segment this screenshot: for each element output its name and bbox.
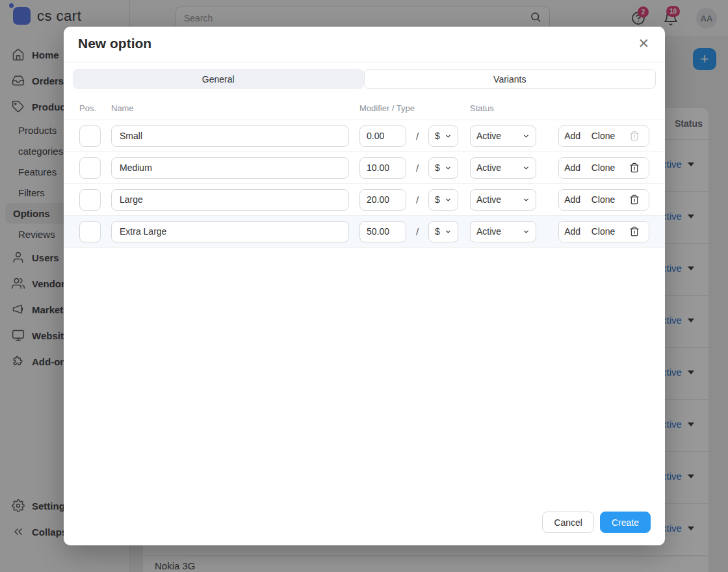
variant-name-input[interactable] bbox=[111, 221, 349, 242]
status-value: Active bbox=[476, 194, 501, 205]
variant-name-input[interactable] bbox=[111, 157, 349, 179]
clone-variant-button[interactable]: Clone bbox=[586, 190, 620, 210]
variant-status-select[interactable]: Active bbox=[470, 221, 536, 242]
delete-variant-button[interactable] bbox=[621, 126, 649, 146]
modal-footer: Cancel Create bbox=[542, 512, 651, 533]
variant-status-select[interactable]: Active bbox=[470, 189, 536, 211]
trash-icon bbox=[629, 131, 640, 141]
status-header: Status bbox=[470, 103, 536, 113]
modal-tabs: General Variants bbox=[73, 69, 656, 89]
chevron-down-icon bbox=[523, 196, 530, 203]
chevron-down-icon bbox=[445, 228, 452, 235]
new-option-modal: New option ✕ General Variants Pos. Name … bbox=[64, 27, 665, 545]
variant-row: / $ Active Add Clone bbox=[64, 120, 665, 152]
trash-icon bbox=[629, 226, 640, 237]
chevron-down-icon bbox=[445, 164, 452, 172]
delete-variant-button[interactable] bbox=[621, 190, 649, 210]
variant-row: / $ Active Add Clone bbox=[64, 216, 665, 248]
variants-table-header: Pos. Name Modifier / Type Status bbox=[64, 103, 665, 120]
add-variant-button[interactable]: Add bbox=[559, 126, 586, 146]
close-icon[interactable]: ✕ bbox=[636, 35, 651, 51]
modifier-input[interactable] bbox=[359, 125, 406, 147]
modifier-input[interactable] bbox=[359, 221, 406, 242]
tab-variants[interactable]: Variants bbox=[364, 69, 656, 89]
variant-row: / $ Active Add Clone bbox=[64, 184, 665, 216]
position-input[interactable] bbox=[79, 189, 101, 211]
modifier-input[interactable] bbox=[359, 189, 406, 211]
pos-header: Pos. bbox=[79, 103, 101, 113]
chevron-down-icon bbox=[523, 228, 530, 235]
variant-status-select[interactable]: Active bbox=[470, 157, 536, 179]
chevron-down-icon bbox=[523, 164, 530, 172]
clone-variant-button[interactable]: Clone bbox=[586, 222, 620, 242]
variant-status-select[interactable]: Active bbox=[470, 125, 536, 147]
position-input[interactable] bbox=[79, 125, 101, 147]
add-variant-button[interactable]: Add bbox=[559, 158, 586, 178]
modifier-type-select[interactable]: $ bbox=[428, 189, 458, 211]
add-variant-button[interactable]: Add bbox=[559, 190, 586, 210]
modifier-type-select[interactable]: $ bbox=[428, 125, 458, 147]
tab-general[interactable]: General bbox=[73, 69, 364, 89]
create-button[interactable]: Create bbox=[600, 512, 651, 533]
type-value: $ bbox=[435, 226, 440, 237]
position-input[interactable] bbox=[79, 157, 101, 179]
trash-icon bbox=[629, 162, 640, 173]
type-value: $ bbox=[435, 194, 440, 205]
variant-name-input[interactable] bbox=[111, 189, 349, 211]
slash-separator: / bbox=[406, 162, 428, 174]
chevron-down-icon bbox=[445, 133, 452, 140]
app-root: 2 10 AA cs cart Home Orders Products bbox=[0, 0, 728, 572]
slash-separator: / bbox=[406, 131, 428, 142]
slash-separator: / bbox=[406, 194, 428, 205]
modal-header: New option ✕ bbox=[64, 27, 665, 62]
delete-variant-button[interactable] bbox=[621, 158, 649, 178]
variant-name-input[interactable] bbox=[111, 125, 349, 147]
add-variant-button[interactable]: Add bbox=[559, 222, 586, 242]
name-header: Name bbox=[111, 103, 349, 113]
modifier-type-select[interactable]: $ bbox=[428, 221, 458, 242]
modifier-input[interactable] bbox=[359, 157, 406, 179]
modifier-type-select[interactable]: $ bbox=[428, 157, 458, 179]
variants-table: Pos. Name Modifier / Type Status / $ Act… bbox=[64, 103, 665, 248]
modifier-type-header: Modifier / Type bbox=[359, 103, 458, 113]
trash-icon bbox=[629, 194, 640, 205]
slash-separator: / bbox=[406, 226, 428, 237]
chevron-down-icon bbox=[523, 133, 530, 140]
delete-variant-button[interactable] bbox=[621, 222, 649, 242]
type-value: $ bbox=[435, 131, 440, 141]
cancel-button[interactable]: Cancel bbox=[542, 512, 594, 533]
position-input[interactable] bbox=[79, 221, 101, 242]
clone-variant-button[interactable]: Clone bbox=[586, 158, 620, 178]
type-value: $ bbox=[435, 162, 440, 173]
modal-title: New option bbox=[78, 36, 151, 51]
status-value: Active bbox=[476, 131, 501, 141]
status-value: Active bbox=[476, 162, 501, 173]
variant-row: / $ Active Add Clone bbox=[64, 152, 665, 184]
chevron-down-icon bbox=[445, 196, 452, 203]
status-value: Active bbox=[476, 226, 501, 237]
clone-variant-button[interactable]: Clone bbox=[586, 126, 620, 146]
